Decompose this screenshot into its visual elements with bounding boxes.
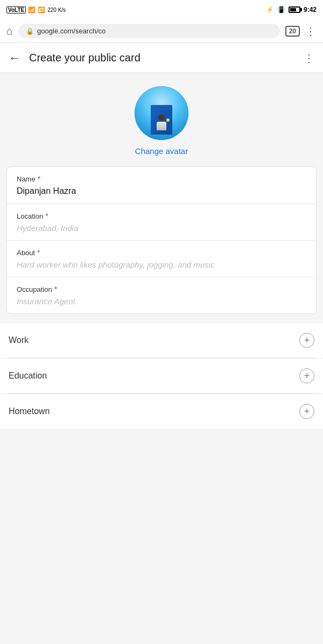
browser-bar: ⌂ 🔒 google.com/search/co 20 ⋮ [0, 19, 323, 43]
network-signal: 📶 [28, 6, 36, 13]
url-bar[interactable]: 🔒 google.com/search/co [18, 24, 280, 38]
occupation-label: Occupation * [17, 285, 306, 293]
form-card: Name * Dipanjan Hazra Location * Hyderab… [6, 166, 317, 314]
location-label: Location * [17, 212, 306, 220]
main-content: Change avatar Name * Dipanjan Hazra Loca… [0, 73, 323, 439]
hometown-expand-icon[interactable]: + [299, 404, 314, 419]
name-value: Dipanjan Hazra [17, 186, 306, 196]
avatar-figure-body [157, 122, 166, 130]
tab-count[interactable]: 20 [285, 26, 300, 37]
status-left: VoLTE 📶 🔁 220 K/s [6, 6, 66, 13]
change-avatar-button[interactable]: Change avatar [135, 146, 188, 156]
education-expand-icon[interactable]: + [299, 368, 314, 383]
avatar-figure-head [158, 114, 165, 121]
carrier-label: VoLTE [6, 6, 26, 13]
time-label: 9:42 [304, 6, 317, 13]
back-button[interactable]: ← [9, 51, 20, 65]
lock-icon: 🔒 [26, 27, 34, 35]
education-label: Education [9, 371, 47, 381]
page-header: ← Create your public card ⋮ [0, 43, 323, 73]
work-section[interactable]: Work + [0, 323, 323, 358]
name-field[interactable]: Name * Dipanjan Hazra [7, 167, 316, 204]
bluetooth-icon: ⚡ [266, 6, 274, 13]
expand-sections: Work + Education + Hometown + [0, 323, 323, 429]
name-label: Name * [17, 174, 306, 183]
location-required: * [45, 212, 48, 220]
vibrate-icon: 📳 [277, 6, 285, 13]
status-right: ⚡ 📳 9:42 [266, 6, 317, 13]
occupation-required: * [54, 285, 57, 293]
location-placeholder: Hyderabad, India [17, 223, 306, 233]
avatar-figure [156, 114, 167, 129]
hometown-label: Hometown [9, 407, 50, 416]
about-label: About * [17, 248, 306, 257]
page-title: Create your public card [29, 52, 295, 64]
name-required: * [38, 174, 40, 183]
work-label: Work [9, 335, 29, 345]
wifi-signal: 🔁 [38, 6, 45, 13]
avatar-image [135, 86, 188, 140]
about-placeholder: Hard worker who likes photography, joggi… [17, 260, 306, 269]
education-section[interactable]: Education + [0, 358, 323, 393]
url-text: google.com/search/co [37, 27, 106, 35]
occupation-placeholder: Insurance Agent [17, 297, 306, 306]
status-bar: VoLTE 📶 🔁 220 K/s ⚡ 📳 9:42 [0, 0, 323, 19]
occupation-field[interactable]: Occupation * Insurance Agent [7, 277, 316, 313]
avatar-section: Change avatar [0, 86, 323, 156]
hometown-section[interactable]: Hometown + [0, 394, 323, 429]
avatar[interactable] [135, 86, 188, 140]
location-field[interactable]: Location * Hyderabad, India [7, 204, 316, 241]
header-more-button[interactable]: ⋮ [304, 52, 314, 65]
about-required: * [37, 248, 40, 257]
battery-icon [289, 6, 300, 13]
about-field[interactable]: About * Hard worker who likes photograph… [7, 241, 316, 277]
home-button[interactable]: ⌂ [6, 25, 13, 37]
browser-more-button[interactable]: ⋮ [305, 25, 317, 38]
speed-label: 220 K/s [47, 7, 66, 13]
work-expand-icon[interactable]: + [299, 333, 314, 348]
battery-fill [290, 8, 296, 11]
